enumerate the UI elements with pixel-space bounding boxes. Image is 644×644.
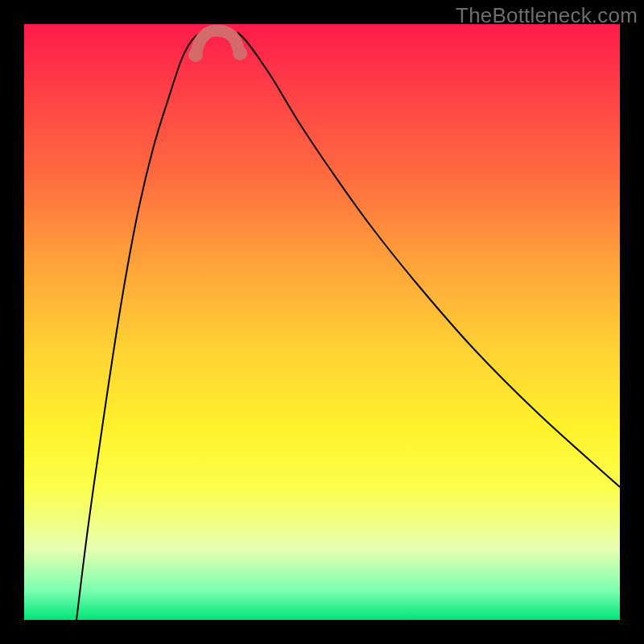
curve-right-branch [237, 32, 620, 487]
min-marker-dot-right [233, 46, 247, 60]
min-marker-dot-left [188, 47, 203, 62]
chart-plot-area [24, 24, 620, 620]
bottleneck-curve-chart [24, 24, 620, 620]
curve-left-branch [76, 32, 201, 620]
watermark-text: TheBottleneck.com [456, 3, 638, 28]
